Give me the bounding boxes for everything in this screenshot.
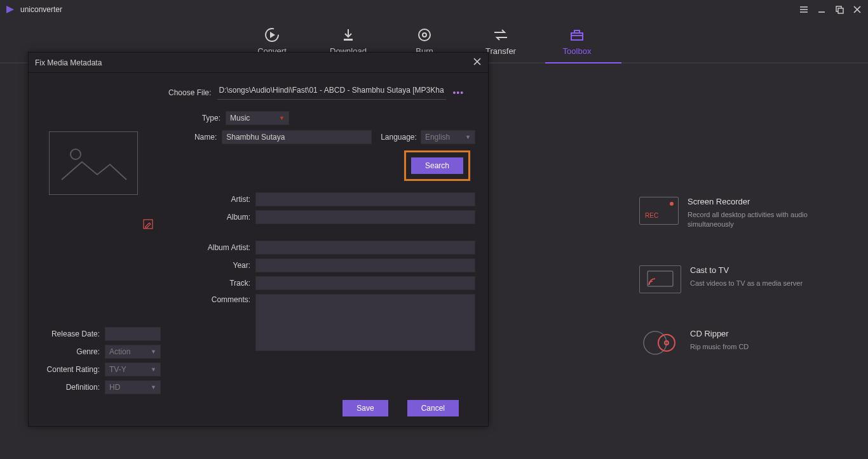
search-highlight-frame: Search	[404, 150, 470, 181]
svg-marker-0	[6, 6, 14, 13]
card-desc: Cast videos to TV as a media server	[690, 279, 803, 288]
genre-select[interactable]: Action ▼	[105, 345, 161, 359]
card-cd-ripper[interactable]: CD Ripper Rip music from CD	[639, 329, 817, 357]
search-row: Search	[172, 150, 475, 181]
svg-text:REC: REC	[645, 212, 658, 219]
language-value: English	[425, 133, 450, 142]
download-icon	[341, 27, 356, 43]
name-input[interactable]	[222, 130, 372, 144]
artist-input[interactable]	[255, 192, 475, 206]
svg-rect-12	[648, 271, 673, 286]
window-controls	[798, 4, 863, 15]
card-text: Cast to TV Cast videos to TV as a media …	[690, 265, 803, 293]
album-label: Album:	[172, 213, 255, 222]
svg-rect-9	[574, 30, 580, 33]
card-title: CD Ripper	[690, 329, 749, 338]
cancel-button[interactable]: Cancel	[407, 400, 459, 416]
menu-icon[interactable]	[798, 4, 810, 15]
dialog-close-icon[interactable]	[473, 57, 482, 69]
definition-value: HD	[109, 383, 120, 392]
tab-label: Transfer	[485, 46, 516, 56]
svg-point-7	[423, 33, 426, 37]
app-title: uniconverter	[20, 5, 62, 14]
svg-point-17	[71, 149, 81, 159]
comments-input[interactable]	[255, 294, 475, 351]
svg-rect-2	[838, 8, 843, 13]
edit-artwork-icon[interactable]	[143, 219, 153, 232]
tab-toolbox[interactable]: Toolbox	[539, 27, 615, 62]
album-input[interactable]	[255, 210, 475, 224]
fix-media-metadata-dialog: Fix Media Metadata Choose File: D:\songs…	[28, 52, 489, 427]
svg-rect-8	[571, 33, 583, 40]
album-artist-input[interactable]	[255, 241, 475, 255]
tab-label: Toolbox	[563, 46, 592, 56]
chevron-down-icon: ▼	[151, 349, 156, 355]
chevron-down-icon: ▼	[151, 384, 156, 390]
choose-file-row: Choose File: D:\songs\Audio\Hindi\Fast\0…	[168, 86, 475, 100]
toolbox-icon	[569, 27, 585, 43]
titlebar: uniconverter	[0, 0, 868, 19]
minimize-icon[interactable]	[816, 4, 827, 15]
card-cast-to-tv[interactable]: Cast to TV Cast videos to TV as a media …	[639, 265, 817, 293]
convert-icon	[264, 27, 280, 43]
titlebar-left: uniconverter	[5, 4, 62, 15]
chevron-down-icon: ▼	[279, 115, 285, 121]
language-label: Language:	[381, 133, 417, 142]
track-input[interactable]	[255, 276, 475, 290]
svg-rect-16	[56, 138, 131, 188]
name-row: Name: Language: English ▼	[172, 130, 475, 144]
genre-value: Action	[109, 347, 130, 356]
card-desc: Record all desktop activities with audio…	[688, 210, 817, 230]
content-rating-select[interactable]: TV-Y ▼	[105, 363, 161, 376]
cast-tv-icon	[639, 265, 681, 293]
name-label: Name:	[172, 133, 222, 142]
cd-ripper-icon	[639, 329, 681, 357]
meta-rows: Artist: Album: Album Artist: Year:	[172, 192, 475, 351]
type-select[interactable]: Music ▼	[226, 111, 289, 125]
year-input[interactable]	[255, 258, 475, 272]
dialog-body: Choose File: D:\songs\Audio\Hindi\Fast\0…	[29, 73, 488, 390]
save-button[interactable]: Save	[342, 400, 388, 416]
search-button[interactable]: Search	[411, 157, 463, 174]
genre-label: Genre:	[36, 347, 105, 356]
maximize-icon[interactable]	[834, 4, 845, 15]
definition-select[interactable]: HD ▼	[105, 380, 161, 394]
language-select[interactable]: English ▼	[421, 130, 475, 144]
screen-recorder-icon: REC	[639, 197, 679, 225]
type-label: Type:	[172, 114, 226, 123]
chevron-down-icon: ▼	[151, 366, 156, 373]
close-icon[interactable]	[851, 4, 863, 15]
card-title: Cast to TV	[690, 265, 803, 275]
dialog-title: Fix Media Metadata	[35, 58, 102, 67]
comments-label: Comments:	[172, 294, 255, 304]
choose-file-label: Choose File:	[168, 88, 211, 97]
burn-icon	[417, 27, 432, 43]
app-logo-icon	[5, 4, 15, 15]
file-path-display: D:\songs\Audio\Hindi\Fast\01 - ABCD - Sh…	[217, 86, 446, 100]
definition-label: Definition:	[36, 383, 105, 392]
metadata-form: Type: Music ▼ Name: Language: English ▼ …	[172, 111, 475, 355]
album-artist-label: Album Artist:	[172, 243, 255, 252]
artwork-placeholder[interactable]	[49, 131, 138, 195]
dialog-header: Fix Media Metadata	[29, 53, 488, 73]
card-title: Screen Recorder	[688, 197, 817, 206]
card-text: Screen Recorder Record all desktop activ…	[688, 197, 817, 230]
content-rating-label: Content Rating:	[36, 365, 105, 374]
browse-file-button[interactable]: •••	[452, 88, 464, 98]
transfer-icon	[492, 27, 509, 43]
svg-point-6	[419, 29, 430, 41]
type-row: Type: Music ▼	[172, 111, 475, 125]
type-value: Music	[230, 114, 250, 123]
artist-label: Artist:	[172, 195, 255, 204]
track-label: Track:	[172, 279, 255, 288]
release-date-input[interactable]	[105, 327, 161, 341]
card-desc: Rip music from CD	[690, 342, 749, 352]
card-text: CD Ripper Rip music from CD	[690, 329, 749, 357]
year-label: Year:	[172, 261, 255, 270]
artwork-panel	[36, 119, 163, 195]
toolbox-right-column: REC Screen Recorder Record all desktop a…	[639, 197, 817, 357]
chevron-down-icon: ▼	[465, 134, 471, 140]
left-lower-form: Release Date: Genre: Action ▼ Content Ra…	[36, 327, 170, 398]
card-screen-recorder[interactable]: REC Screen Recorder Record all desktop a…	[639, 197, 817, 230]
release-date-label: Release Date:	[36, 329, 105, 338]
